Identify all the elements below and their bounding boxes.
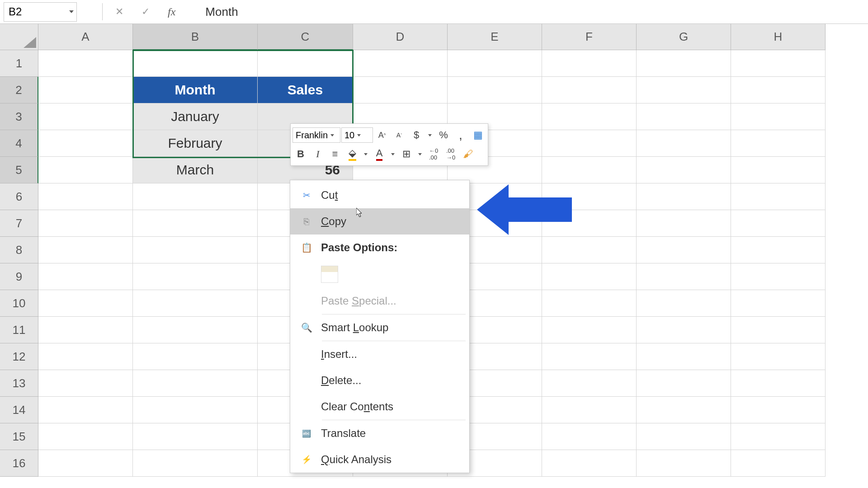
increase-font-icon[interactable]: A^ <box>374 127 390 143</box>
menu-clear-contents[interactable]: Clear Contents <box>290 394 469 420</box>
currency-dropdown-icon[interactable] <box>425 127 434 143</box>
cell-A7[interactable] <box>38 210 133 237</box>
cell-A9[interactable] <box>38 263 133 290</box>
row-header-1[interactable]: 1 <box>0 50 38 77</box>
name-box[interactable]: B2 <box>4 2 77 22</box>
cell-B2[interactable]: Month <box>133 77 258 103</box>
table-format-icon[interactable]: ▦ <box>470 127 486 143</box>
enter-icon[interactable]: ✓ <box>142 6 150 18</box>
cell-D1[interactable] <box>353 50 448 77</box>
cell-G11[interactable] <box>637 317 731 343</box>
column-header-A[interactable]: A <box>38 24 133 50</box>
cell-H5[interactable] <box>731 157 826 183</box>
cell-H1[interactable] <box>731 50 826 77</box>
cell-F5[interactable] <box>542 157 637 183</box>
borders-dropdown-icon[interactable] <box>415 146 425 162</box>
cell-B1[interactable] <box>133 50 258 77</box>
cell-B3[interactable]: January <box>133 103 258 130</box>
cell-F13[interactable] <box>542 370 637 397</box>
row-header-2[interactable]: 2 <box>0 77 38 103</box>
cell-G5[interactable] <box>637 157 731 183</box>
cell-A11[interactable] <box>38 317 133 343</box>
decrease-font-icon[interactable]: Aˇ <box>391 127 407 143</box>
row-header-6[interactable]: 6 <box>0 183 38 210</box>
cell-G15[interactable] <box>637 423 731 450</box>
name-box-dropdown-icon[interactable] <box>69 10 74 13</box>
cell-B16[interactable] <box>133 450 258 477</box>
cancel-icon[interactable]: ✕ <box>115 6 123 18</box>
cell-B10[interactable] <box>133 290 258 317</box>
row-header-15[interactable]: 15 <box>0 423 38 450</box>
column-header-E[interactable]: E <box>448 24 542 50</box>
cell-H11[interactable] <box>731 317 826 343</box>
cell-B15[interactable] <box>133 423 258 450</box>
cell-F12[interactable] <box>542 343 637 370</box>
row-header-3[interactable]: 3 <box>0 103 38 130</box>
cell-G2[interactable] <box>637 77 731 103</box>
menu-smart-lookup[interactable]: 🔍 Smart Lookup <box>290 314 469 341</box>
cell-G8[interactable] <box>637 237 731 263</box>
cell-B13[interactable] <box>133 370 258 397</box>
menu-copy[interactable]: ⎘ Copy <box>290 208 469 235</box>
cell-F9[interactable] <box>542 263 637 290</box>
menu-cut[interactable]: ✂ Cut <box>290 182 469 208</box>
cell-B5[interactable]: March <box>133 157 258 183</box>
cell-A5[interactable] <box>38 157 133 183</box>
bold-button[interactable]: B <box>292 146 309 162</box>
cell-B12[interactable] <box>133 343 258 370</box>
cell-H13[interactable] <box>731 370 826 397</box>
cell-F14[interactable] <box>542 397 637 423</box>
row-header-9[interactable]: 9 <box>0 263 38 290</box>
cell-F15[interactable] <box>542 423 637 450</box>
borders-icon[interactable]: ⊞ <box>398 146 415 162</box>
row-header-11[interactable]: 11 <box>0 317 38 343</box>
cell-G13[interactable] <box>637 370 731 397</box>
cell-H4[interactable] <box>731 130 826 157</box>
cell-A1[interactable] <box>38 50 133 77</box>
format-painter-icon[interactable]: 🖌 <box>460 146 476 162</box>
cell-A3[interactable] <box>38 103 133 130</box>
cell-A12[interactable] <box>38 343 133 370</box>
cell-H12[interactable] <box>731 343 826 370</box>
cell-H2[interactable] <box>731 77 826 103</box>
select-all-corner[interactable] <box>0 24 38 50</box>
cell-A2[interactable] <box>38 77 133 103</box>
cell-G14[interactable] <box>637 397 731 423</box>
cell-B4[interactable]: February <box>133 130 258 157</box>
fx-icon[interactable]: fx <box>168 6 175 18</box>
cell-H8[interactable] <box>731 237 826 263</box>
cell-G6[interactable] <box>637 183 731 210</box>
row-header-4[interactable]: 4 <box>0 130 38 157</box>
cell-B9[interactable] <box>133 263 258 290</box>
row-header-12[interactable]: 12 <box>0 343 38 370</box>
cell-H15[interactable] <box>731 423 826 450</box>
column-header-D[interactable]: D <box>353 24 448 50</box>
cell-B11[interactable] <box>133 317 258 343</box>
cell-A13[interactable] <box>38 370 133 397</box>
font-family-combo[interactable]: Franklin <box>292 127 340 143</box>
cell-G3[interactable] <box>637 103 731 130</box>
decrease-decimal-icon[interactable]: .00→0 <box>443 146 459 162</box>
row-header-10[interactable]: 10 <box>0 290 38 317</box>
fill-color-icon[interactable]: ⬙ <box>344 146 360 162</box>
cell-F1[interactable] <box>542 50 637 77</box>
cell-A16[interactable] <box>38 450 133 477</box>
cell-G1[interactable] <box>637 50 731 77</box>
cell-G10[interactable] <box>637 290 731 317</box>
cell-A6[interactable] <box>38 183 133 210</box>
cell-F16[interactable] <box>542 450 637 477</box>
font-size-combo[interactable]: 10 <box>341 127 373 143</box>
cell-G7[interactable] <box>637 210 731 237</box>
cell-H7[interactable] <box>731 210 826 237</box>
cell-H14[interactable] <box>731 397 826 423</box>
currency-icon[interactable]: $ <box>408 127 425 143</box>
menu-insert[interactable]: Insert... <box>290 341 469 367</box>
increase-decimal-icon[interactable]: ←0.00 <box>425 146 442 162</box>
cell-F8[interactable] <box>542 237 637 263</box>
cell-B14[interactable] <box>133 397 258 423</box>
cell-F4[interactable] <box>542 130 637 157</box>
cell-B6[interactable] <box>133 183 258 210</box>
cell-A14[interactable] <box>38 397 133 423</box>
menu-quick-analysis[interactable]: ⚡ Quick Analysis <box>290 446 469 473</box>
cell-C1[interactable] <box>258 50 353 77</box>
